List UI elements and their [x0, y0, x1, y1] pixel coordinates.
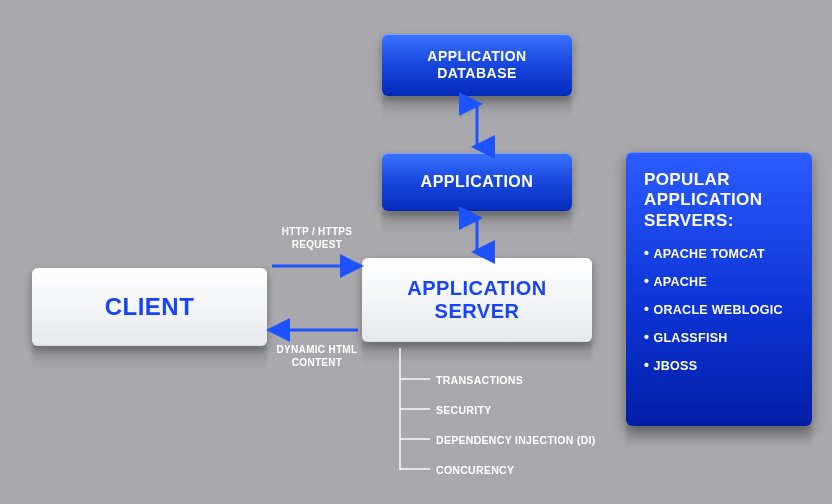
list-item: GLASSFISH: [644, 329, 796, 345]
node-application-database: APPLICATION DATABASE: [382, 34, 572, 96]
feature-transactions: TRANSACTIONS: [436, 374, 523, 386]
feature-security: SECURITY: [436, 404, 492, 416]
arrow-request-label: HTTP / HTTPS REQUEST: [262, 226, 372, 251]
popular-servers-list: APACHE TOMCAT APACHE ORACLE WEBLOGIC GLA…: [644, 245, 796, 373]
popular-servers-panel: POPULAR APPLICATION SERVERS: APACHE TOMC…: [626, 152, 812, 426]
list-item: APACHE: [644, 273, 796, 289]
list-item: JBOSS: [644, 357, 796, 373]
node-application-database-label: APPLICATION DATABASE: [392, 48, 562, 82]
node-client-label: CLIENT: [105, 293, 195, 321]
node-application-server-label: APPLICATION SERVER: [372, 277, 582, 323]
node-application-server: APPLICATION SERVER: [362, 258, 592, 342]
list-item: ORACLE WEBLOGIC: [644, 301, 796, 317]
node-client: CLIENT: [32, 268, 267, 346]
feature-dependency-injection: DEPENDENCY INJECTION (DI): [436, 434, 596, 446]
feature-bracket: [400, 348, 430, 470]
arrow-response-label: DYNAMIC HTML CONTENT: [262, 344, 372, 369]
node-application: APPLICATION: [382, 153, 572, 211]
list-item: APACHE TOMCAT: [644, 245, 796, 261]
feature-concurrency: CONCURENCY: [436, 464, 514, 476]
node-application-label: APPLICATION: [421, 173, 534, 191]
popular-servers-title: POPULAR APPLICATION SERVERS:: [644, 170, 796, 231]
